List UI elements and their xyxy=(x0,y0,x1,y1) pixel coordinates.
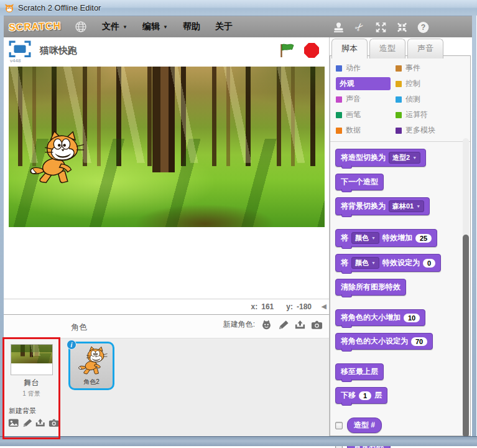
category-control[interactable]: 控制 xyxy=(396,77,470,90)
palette-block[interactable]: 将颜色▼特效设定为0 xyxy=(335,254,441,272)
tab-sounds[interactable]: 声音 xyxy=(407,39,443,58)
help-icon[interactable]: ? xyxy=(417,21,430,34)
stage-canvas[interactable] xyxy=(9,67,325,227)
palette-block[interactable]: 造型 # xyxy=(347,418,382,433)
tab-scripts[interactable]: 脚本 xyxy=(331,39,368,58)
block-text: 将背景切换为 xyxy=(341,201,386,212)
menu-about[interactable]: 关于 xyxy=(210,18,238,35)
palette-block[interactable]: 将造型切换为造型2▼ xyxy=(335,149,426,167)
stage-thumbnail-image xyxy=(11,345,52,363)
sprite-thumbnail[interactable]: i 角色2 xyxy=(68,342,114,390)
delete-scissors-icon[interactable]: ✂ xyxy=(353,21,366,34)
stage-thumbnail[interactable] xyxy=(11,344,53,375)
language-globe-icon[interactable] xyxy=(75,21,87,33)
shrink-sprite-icon[interactable] xyxy=(396,21,409,34)
category-color-swatch xyxy=(396,128,402,134)
palette-scrollbar[interactable] xyxy=(463,138,469,434)
block-dropdown[interactable]: 颜色▼ xyxy=(351,232,379,244)
grow-sprite-icon[interactable] xyxy=(374,21,387,34)
camera-icon[interactable] xyxy=(49,418,60,427)
block-row: 将角色的大小增加10 xyxy=(335,309,470,326)
palette-block[interactable]: 下移1层 xyxy=(335,387,387,404)
palette-block[interactable]: 将角色的大小增加10 xyxy=(335,309,425,326)
scratch-logo: SCRATCH xyxy=(9,21,62,34)
editor-column: 脚本造型声音 动作外观声音画笔数据事件控制侦测运算符更多模块 将造型切换为造型2… xyxy=(330,37,473,436)
coord-y-value: -180 xyxy=(297,302,312,311)
block-text: 特效增加 xyxy=(382,233,412,243)
paint-brush-icon[interactable] xyxy=(277,320,289,330)
block-dropdown[interactable]: 造型2▼ xyxy=(389,152,420,164)
block-row: 造型 # xyxy=(335,418,470,433)
chevron-down-icon: ▼ xyxy=(163,24,168,30)
app-window: Scratch 2 Offline Editor SCRATCH 文件▼编辑▼帮… xyxy=(0,0,477,448)
sprite-library-icon[interactable] xyxy=(261,320,272,330)
chevron-down-icon: ▼ xyxy=(416,204,420,208)
tab-costumes[interactable]: 造型 xyxy=(369,39,405,58)
dropdown-value: 森林01 xyxy=(392,202,414,211)
duplicate-stamp-icon[interactable] xyxy=(332,21,345,34)
toolbar-icons: ✂? xyxy=(332,16,430,38)
category-sensing[interactable]: 侦测 xyxy=(396,93,470,106)
category-pen[interactable]: 画笔 xyxy=(336,108,396,121)
menu-help[interactable]: 帮助 xyxy=(178,18,205,35)
palette-block[interactable]: 清除所有图形特效 xyxy=(335,279,406,296)
category-sound[interactable]: 声音 xyxy=(336,93,396,106)
category-more-blocks[interactable]: 更多模块 xyxy=(396,124,470,137)
fullscreen-button[interactable] xyxy=(9,40,31,57)
app-cat-icon xyxy=(4,3,14,13)
reporter-checkbox[interactable] xyxy=(335,422,343,429)
sprite-thumbnail-cat xyxy=(77,346,108,376)
block-number-input[interactable]: 0 xyxy=(423,259,435,268)
coord-y-label: y: xyxy=(286,302,293,311)
block-row: 将颜色▼特效设定为0 xyxy=(335,254,470,272)
sprites-list: i 角色2 xyxy=(60,338,329,436)
palette-block[interactable]: 下一个造型 xyxy=(335,174,384,190)
category-data[interactable]: 数据 xyxy=(336,124,396,137)
palette-block[interactable]: 将角色的大小设定为70 xyxy=(335,333,433,350)
block-text: 下移 xyxy=(341,390,356,401)
palette-scrollbar-thumb[interactable] xyxy=(463,235,469,437)
camera-icon[interactable] xyxy=(311,320,323,330)
block-dropdown[interactable]: 森林01▼ xyxy=(389,200,424,212)
block-dropdown[interactable]: 颜色▼ xyxy=(351,257,379,269)
upload-icon[interactable] xyxy=(35,418,46,427)
category-events[interactable]: 事件 xyxy=(396,62,470,75)
block-text: 特效设定为 xyxy=(382,258,420,268)
stage-selector[interactable]: 舞台 1 背景 新建背景 xyxy=(4,338,60,437)
block-text: 将 xyxy=(341,233,348,243)
chevron-down-icon: ▼ xyxy=(412,156,417,160)
window-frame-right xyxy=(472,16,476,436)
category-color-swatch xyxy=(396,65,402,72)
stage-panel: v448 猫咪快跑 x: 161 y: -180 ◀ xyxy=(4,37,330,314)
chevron-down-icon: ▼ xyxy=(123,24,127,30)
collapse-arrow-icon[interactable]: ◀ xyxy=(322,302,326,310)
menu-file[interactable]: 文件▼ xyxy=(97,18,132,35)
upload-icon[interactable] xyxy=(294,320,306,330)
palette-block[interactable]: 将背景切换为森林01▼ xyxy=(335,197,430,215)
palette-block[interactable]: 移至最上层 xyxy=(335,363,384,380)
category-color-swatch xyxy=(396,112,402,118)
category-motion[interactable]: 动作 xyxy=(336,62,396,75)
block-number-input[interactable]: 25 xyxy=(415,234,432,243)
block-number-input[interactable]: 70 xyxy=(411,337,427,346)
green-flag-button[interactable] xyxy=(279,43,295,58)
coord-x-value: 161 xyxy=(261,302,274,311)
blocks-list: 将造型切换为造型2▼下一个造型将背景切换为森林01▼将颜色▼特效增加25将颜色▼… xyxy=(330,142,470,448)
stop-button[interactable] xyxy=(304,43,319,58)
chevron-down-icon: ▼ xyxy=(371,236,376,240)
palette-block[interactable]: 将颜色▼特效增加25 xyxy=(335,229,437,247)
backdrop-count: 1 背景 xyxy=(4,390,59,398)
block-number-input[interactable]: 10 xyxy=(404,314,420,322)
category-looks[interactable]: 外观 xyxy=(336,77,391,90)
block-palette: 动作外观声音画笔数据事件控制侦测运算符更多模块 将造型切换为造型2▼下一个造型将… xyxy=(330,55,471,436)
category-color-swatch xyxy=(336,65,342,72)
dropdown-value: 造型2 xyxy=(392,153,410,162)
library-image-icon[interactable] xyxy=(8,418,19,427)
menu-label: 文件 xyxy=(102,21,119,32)
menu-edit[interactable]: 编辑▼ xyxy=(137,18,173,35)
category-operators[interactable]: 运算符 xyxy=(396,108,470,121)
block-number-input[interactable]: 1 xyxy=(359,391,371,400)
sprite-info-icon[interactable]: i xyxy=(67,340,76,350)
cat-sprite[interactable] xyxy=(27,130,86,186)
paint-brush-icon[interactable] xyxy=(22,418,33,427)
